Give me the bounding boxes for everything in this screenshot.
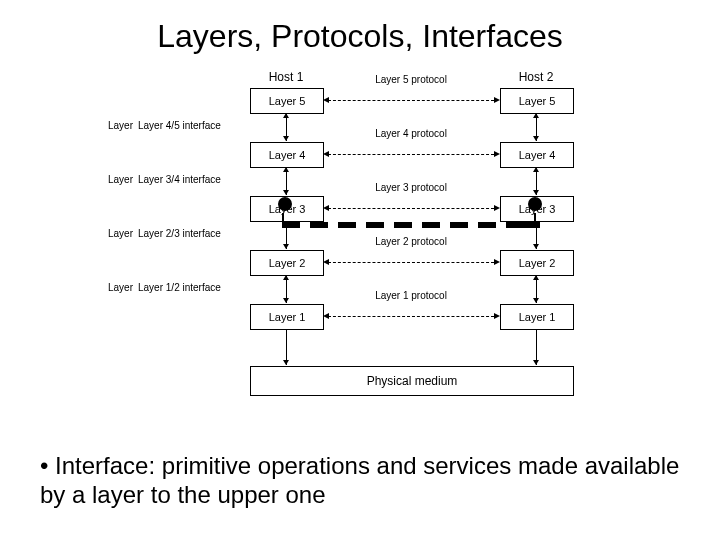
slide-title: Layers, Protocols, Interfaces bbox=[0, 18, 720, 55]
arrow-right-icon bbox=[494, 313, 500, 319]
physical-medium: Physical medium bbox=[250, 366, 574, 396]
arrow-down-icon bbox=[533, 190, 539, 195]
proto2-label: Layer 2 protocol bbox=[346, 236, 476, 247]
arrow-left-icon bbox=[323, 313, 329, 319]
annotation-dash-icon bbox=[422, 222, 440, 228]
arrow-up-icon bbox=[533, 275, 539, 280]
annotation-dot-icon bbox=[528, 197, 542, 211]
annotation-dash-icon bbox=[478, 222, 496, 228]
arrow-right-icon bbox=[494, 151, 500, 157]
arrow-left-icon bbox=[323, 97, 329, 103]
proto4-line bbox=[328, 154, 494, 155]
host1-layer4: Layer 4 bbox=[250, 142, 324, 168]
annotation-dash-icon bbox=[394, 222, 412, 228]
arrow-left-icon bbox=[323, 259, 329, 265]
arrow-left-icon bbox=[323, 205, 329, 211]
host2-layer4: Layer 4 bbox=[500, 142, 574, 168]
host1-label: Host 1 bbox=[246, 70, 326, 84]
arrow-right-icon bbox=[494, 205, 500, 211]
iface-34-label: Layer 3/4 interface bbox=[138, 174, 278, 185]
host2-label: Host 2 bbox=[496, 70, 576, 84]
arrow-up-icon bbox=[533, 113, 539, 118]
proto4-label: Layer 4 protocol bbox=[346, 128, 476, 139]
arrow-down-icon bbox=[283, 136, 289, 141]
arrow-down-icon bbox=[283, 244, 289, 249]
host1-layer2: Layer 2 bbox=[250, 250, 324, 276]
proto3-label: Layer 3 protocol bbox=[346, 182, 476, 193]
arrow-left-icon bbox=[323, 151, 329, 157]
iface-12-label: Layer 1/2 interface bbox=[138, 282, 278, 293]
layers-diagram: Host 1 Host 2 Layer 5 Layer 5 Layer 5 pr… bbox=[150, 70, 590, 440]
arrow-up-icon bbox=[533, 167, 539, 172]
arrow-down-icon bbox=[283, 298, 289, 303]
bullet-interface-def: Interface: primitive operations and serv… bbox=[40, 452, 680, 510]
proto1-label: Layer 1 protocol bbox=[346, 290, 476, 301]
annotation-dot-icon bbox=[278, 197, 292, 211]
host2-layer5: Layer 5 bbox=[500, 88, 574, 114]
iface-23-label: Layer 2/3 interface bbox=[138, 228, 278, 239]
annotation-dash-icon bbox=[282, 222, 300, 228]
proto2-line bbox=[328, 262, 494, 263]
annotation-dash-icon bbox=[366, 222, 384, 228]
arrow-down-icon bbox=[533, 360, 539, 365]
annotation-dash-icon bbox=[338, 222, 356, 228]
arrow-up-icon bbox=[283, 275, 289, 280]
proto5-label: Layer 5 protocol bbox=[346, 74, 476, 85]
host2-layer2: Layer 2 bbox=[500, 250, 574, 276]
arrow-right-icon bbox=[494, 97, 500, 103]
arrow-down-icon bbox=[283, 360, 289, 365]
annotation-dash-icon bbox=[450, 222, 468, 228]
proto5-line bbox=[328, 100, 494, 101]
arrow-down-icon bbox=[533, 136, 539, 141]
arrow-down-icon bbox=[283, 190, 289, 195]
proto1-line bbox=[328, 316, 494, 317]
arrow-right-icon bbox=[494, 259, 500, 265]
arrow-up-icon bbox=[283, 167, 289, 172]
annotation-dash-icon bbox=[310, 222, 328, 228]
annotation-dash-icon bbox=[522, 222, 540, 228]
host2-layer1: Layer 1 bbox=[500, 304, 574, 330]
iface-45-label: Layer 4/5 interface bbox=[138, 120, 278, 131]
arrow-down-icon bbox=[533, 298, 539, 303]
arrow-down-icon bbox=[533, 244, 539, 249]
arrow-up-icon bbox=[283, 113, 289, 118]
host1-layer5: Layer 5 bbox=[250, 88, 324, 114]
host1-layer1: Layer 1 bbox=[250, 304, 324, 330]
proto3-line bbox=[328, 208, 494, 209]
